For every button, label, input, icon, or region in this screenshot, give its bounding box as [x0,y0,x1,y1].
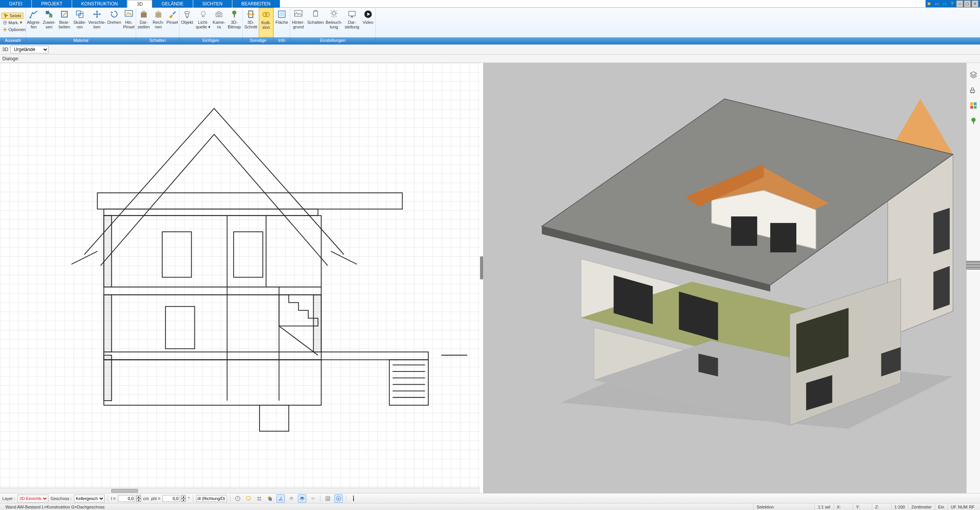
l-spin-down[interactable]: ▼ [136,498,141,502]
palette-icon[interactable] [968,101,978,111]
phi-spin-up[interactable]: ▲ [181,495,186,498]
menu-tab-sichten[interactable]: SICHTEN [193,0,232,8]
menu-bar: DATEIPROJEKTKONSTRUKTION3DGELÄNDESICHTEN… [0,0,980,8]
menu-tab-datei[interactable]: DATEI [0,0,32,8]
ribbon-kamera-label: Kame- ra [213,20,225,29]
phi-spin-down[interactable]: ▼ [181,498,186,502]
ribbon-group-info: Fläche [274,8,290,37]
ribbon-hinpinsel-button[interactable]: Hin. Pinsel [122,8,136,38]
render-3d [483,63,966,455]
svg-rect-95 [353,497,354,501]
layer3-icon[interactable] [309,494,317,503]
context-bar: 3D Urgelände [0,45,980,54]
options-tool[interactable]: Optionen [2,27,26,32]
grid-toggle-icon[interactable] [324,494,332,503]
ribbon-3dbitmap-button[interactable]: 3D- Bitmap [226,8,242,38]
layer-select[interactable]: 2D Einrichtu [18,495,48,502]
titlebar-screen2-icon[interactable]: ▭ [941,0,948,7]
ribbon-darstellung-button[interactable]: Dar- stellung [343,8,361,38]
status-bar: Wand AW-Bestand L=Konstruktion G=Dachges… [0,503,980,510]
ribbon-hintergrund-button[interactable]: Hinter- grund [290,8,306,38]
svg-rect-30 [104,209,318,216]
layer-label: Layer : [2,496,15,501]
phi-input[interactable] [163,495,179,502]
ribbon-pinsel-button[interactable]: Pinsel [165,8,179,38]
darstellung-icon [347,9,357,19]
pinsel-icon [167,9,177,19]
svg-rect-31 [104,216,321,287]
ribbon-3dschnitt-label: 3D- Schnitt [244,20,257,29]
ribbon-schatten2-button[interactable]: Schatten [306,8,325,38]
furniture-icon[interactable] [968,85,978,95]
scrollbar-thumb[interactable] [111,489,138,493]
ribbon-3dbitmap-label: 3D- Bitmap [228,20,241,29]
n-toggle-icon[interactable]: N [334,494,343,503]
menu-tab-projekt[interactable]: PROJEKT [32,0,72,8]
menu-tab-gelände[interactable]: GELÄNDE [152,0,193,8]
ribbon-lichtquelle-button[interactable]: Licht- quelle ▾ [195,8,212,38]
side-toolbar-handle-icon[interactable] [966,261,980,270]
svg-rect-91 [269,498,272,501]
ribbon-flaeche-button[interactable]: Fläche [274,8,290,38]
layers-icon[interactable] [968,70,978,80]
viewport-3d[interactable] [483,63,966,493]
layers-toggle-icon[interactable] [287,494,296,503]
screen-icon[interactable] [244,494,253,503]
ribbon-abgreifen-button[interactable]: Abgrei- fen [26,8,41,38]
ribbon-drehen-button[interactable]: Drehen [107,8,122,38]
ribbon-kollision-button[interactable]: Kolli- sion [259,8,273,38]
svg-rect-43 [389,360,428,405]
floor-select[interactable]: Kellergesch [74,495,105,502]
menu-tab-konstruktion[interactable]: KONSTRUKTION [72,0,127,8]
group-icon[interactable] [255,494,263,503]
ortho-icon[interactable] [276,494,285,503]
ribbon-kamera-button[interactable]: Kame- ra [212,8,226,38]
ribbon-objekt-button[interactable]: Objekt [179,8,195,38]
status-sel-ratio: 1:1 sel [815,503,834,510]
ribbon-zuweisen-button[interactable]: Zuwei- sen [41,8,57,38]
ribbon-bearbeiten-button[interactable]: Bear- beiten [57,8,72,38]
kollision-icon [261,10,271,20]
window-close-icon[interactable]: × [972,0,978,7]
svg-rect-55 [313,295,321,352]
clock-icon[interactable] [233,494,242,503]
window-maximize-icon[interactable]: □ [964,0,971,7]
ribbon-skalieren-button[interactable]: Skalie- ren [72,8,87,38]
ribbon-darstellen-button[interactable]: Dar- stellen [136,8,151,38]
scrollbar-2d-horizontal[interactable] [0,488,480,493]
window-minimize-icon[interactable]: – [956,0,963,7]
titlebar-tool-icon[interactable]: ✖ [926,0,932,7]
viewport-2d[interactable] [0,63,480,493]
l-spin-up[interactable]: ▲ [136,495,141,498]
ribbon-group-schatten: Dar- stellenRech- nenPinsel [136,8,179,37]
menu-tab-3d[interactable]: 3D [127,0,152,8]
svg-rect-3 [46,11,49,14]
ribbon-verschieben-button[interactable]: Verschie- ben [87,8,107,38]
select-tool[interactable]: Selekt [2,13,23,19]
info-icon[interactable] [349,494,358,503]
rechnen-icon [153,9,163,19]
titlebar-screen1-icon[interactable]: ▭ [933,0,940,7]
group-label-einstellungen: Einstellungen [290,38,376,45]
status-x: X: [834,503,853,510]
svg-rect-38 [104,287,321,295]
titlebar-help-icon[interactable]: ? [949,0,955,7]
ribbon-video-button[interactable]: Video [361,8,375,38]
layer2-icon[interactable] [298,494,306,503]
svg-rect-10 [155,13,161,18]
copy-icon[interactable] [266,494,274,503]
svg-rect-4 [49,14,53,18]
tree-icon[interactable] [968,116,978,126]
status-uf: UF [948,503,957,510]
ribbon-rechnen-button[interactable]: Rech- nen [151,8,165,38]
l-input[interactable] [118,495,135,502]
terrain-select[interactable]: Urgelände [10,46,49,53]
viewport-splitter[interactable] [480,63,483,493]
menu-tab-bearbeiten[interactable]: BEARBEITEN [232,0,280,8]
mark-tool[interactable]: Mark. ▾ [2,20,23,25]
status-selection: Selektion [753,503,815,510]
ribbon-beleuchtung-button[interactable]: Beleuch- tung [325,8,343,38]
ribbon-3dschnitt-button[interactable]: 3D- Schnitt [243,8,259,38]
dl-box[interactable] [196,495,227,502]
splitter-handle-icon[interactable] [480,256,483,279]
